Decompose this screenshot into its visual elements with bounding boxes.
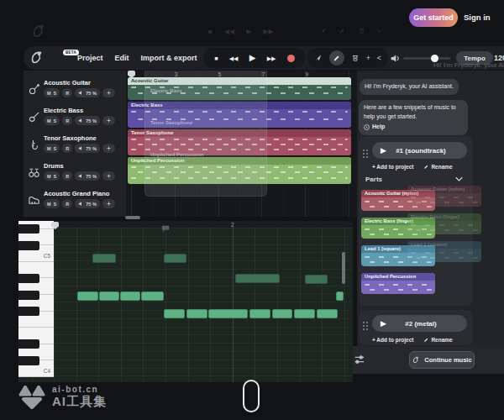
piano-roll-ruler[interactable] (18, 221, 353, 228)
mute-button[interactable]: M (47, 118, 51, 123)
midi-note[interactable] (235, 274, 280, 283)
continue-music-button[interactable]: Continue music (409, 351, 475, 369)
sliders-icon[interactable] (354, 354, 365, 369)
record-arm-button[interactable]: R (62, 199, 72, 208)
midi-note[interactable] (164, 309, 185, 318)
midi-note[interactable] (141, 291, 164, 301)
volume-knob[interactable] (431, 55, 438, 62)
volume-slider[interactable] (403, 57, 450, 60)
track-volume[interactable]: 75 % (75, 199, 100, 208)
pointer-tool-icon[interactable] (314, 54, 323, 62)
midi-note[interactable] (317, 309, 338, 318)
black-key[interactable] (18, 356, 39, 365)
record-arm-button[interactable]: R (62, 171, 72, 181)
mute-button[interactable]: M (47, 146, 51, 151)
snippet-2-play-button[interactable]: ▶ #2 (metal) (372, 315, 467, 332)
midi-note[interactable] (305, 275, 328, 284)
mute-button[interactable]: M (47, 91, 51, 96)
solo-button[interactable]: S (54, 202, 57, 207)
solo-button[interactable]: S (54, 91, 57, 96)
menu-import-export[interactable]: Import & export (141, 54, 197, 62)
mute-button[interactable]: M (47, 174, 51, 179)
split-tool-icon[interactable]: < (377, 55, 381, 62)
mute-button[interactable]: M (47, 202, 51, 207)
track-volume[interactable]: 75 % (75, 116, 100, 125)
part-acoustic-guitar-nylon[interactable]: Acoustic Guitar (nylon) (361, 190, 435, 211)
midi-note[interactable] (186, 309, 207, 318)
part-lead-1-square[interactable]: Lead 1 (square) (361, 245, 435, 266)
part-unpitched-percussion[interactable]: Unpitched Percussion (361, 273, 435, 294)
record-arm-button[interactable]: R (62, 88, 72, 97)
rename-link[interactable]: Rename (423, 164, 452, 170)
clip-electric-bass[interactable]: Electric Bass (128, 102, 351, 128)
vertical-scrollbar[interactable] (342, 252, 345, 284)
menu-project[interactable]: Project (77, 54, 103, 62)
snippet-1-play-button[interactable]: ▶ #1 (soundtrack) (372, 142, 467, 159)
rewind-button[interactable]: ◀◀ (229, 55, 239, 61)
track-volume[interactable]: 75 % (75, 144, 100, 153)
black-key[interactable] (18, 307, 39, 316)
black-key[interactable] (18, 291, 39, 300)
mute-solo-buttons[interactable]: MS (44, 116, 60, 125)
pencil-tool-icon[interactable] (329, 50, 344, 66)
add-to-project-link[interactable]: + Add to project (372, 337, 413, 343)
black-key[interactable] (18, 339, 39, 349)
midi-note[interactable] (208, 309, 248, 318)
track-drums[interactable]: DrumsMSR75 % (24, 159, 126, 186)
horizontal-scrollbar[interactable] (125, 216, 140, 219)
black-key[interactable] (18, 274, 39, 283)
solo-button[interactable]: S (54, 174, 57, 179)
rename-link[interactable]: Rename (423, 337, 452, 343)
record-arm-button[interactable]: R (62, 116, 72, 125)
menu-edit[interactable]: Edit (115, 54, 129, 62)
midi-note[interactable] (77, 291, 98, 301)
clip-tenor-saxophone[interactable]: Tenor Saxophone (128, 129, 351, 155)
mute-solo-buttons[interactable]: MS (44, 199, 60, 208)
track-options-button[interactable] (102, 116, 115, 125)
tempo-button[interactable]: Tempo (456, 51, 493, 65)
solo-button[interactable]: S (54, 118, 57, 123)
track-options-button[interactable] (102, 199, 115, 208)
sign-in-link[interactable]: Sign in (464, 13, 491, 22)
mute-solo-buttons[interactable]: MS (44, 88, 60, 97)
stop-button[interactable]: ■ (214, 55, 218, 61)
tempo-value[interactable]: 120 BPM (494, 54, 504, 62)
chevron-down-icon[interactable] (455, 176, 463, 182)
track-volume[interactable]: 75 % (75, 171, 100, 181)
track-acoustic-grand-piano[interactable]: Acoustic Grand PianoMSR75 % (24, 186, 126, 214)
midi-note[interactable] (164, 254, 186, 263)
add-to-project-link[interactable]: + Add to project (372, 164, 413, 170)
forward-button[interactable]: ▶▶ (267, 55, 276, 61)
piano-roll[interactable]: 2 C5C4 (18, 221, 353, 382)
midi-note[interactable] (336, 291, 344, 301)
trash-tool-icon[interactable] (351, 54, 360, 62)
midi-note[interactable] (294, 309, 315, 318)
clip-unpitched-percussion[interactable]: Unpitched Percussion (128, 157, 351, 184)
black-key[interactable] (18, 224, 39, 234)
track-tenor-saxophone[interactable]: Tenor SaxophoneMSR75 % (24, 131, 126, 159)
drag-handle[interactable] (363, 150, 368, 158)
midi-note[interactable] (249, 309, 270, 318)
track-options-button[interactable] (102, 171, 115, 181)
speaker-icon[interactable] (390, 52, 401, 67)
drag-handle[interactable] (363, 322, 368, 330)
track-electric-bass[interactable]: Electric BassMSR75 % (24, 103, 126, 131)
midi-note[interactable] (92, 254, 116, 263)
solo-button[interactable]: S (54, 146, 57, 151)
clip-acoustic-guitar[interactable]: Acoustic Guitar (128, 77, 351, 100)
add-tool-icon[interactable]: + (366, 55, 370, 62)
midi-note[interactable] (120, 291, 140, 301)
track-options-button[interactable] (102, 144, 115, 153)
midi-note[interactable] (99, 291, 119, 301)
part-electric-bass-finger[interactable]: Electric Bass (finger) (361, 218, 435, 239)
help-link[interactable]: Help (364, 123, 463, 132)
midi-note[interactable] (272, 309, 292, 318)
get-started-button[interactable]: Get started (409, 8, 458, 27)
track-volume[interactable]: 75 % (75, 88, 100, 97)
track-options-button[interactable] (102, 88, 115, 97)
mute-solo-buttons[interactable]: MS (44, 171, 60, 181)
timeline[interactable]: 3579Acoustic GuitarElectric BassTenor Sa… (126, 71, 357, 217)
track-acoustic-guitar[interactable]: Acoustic GuitarMSR75 % (24, 76, 126, 103)
record-button[interactable] (287, 55, 295, 62)
play-button[interactable]: ▶ (249, 54, 256, 62)
